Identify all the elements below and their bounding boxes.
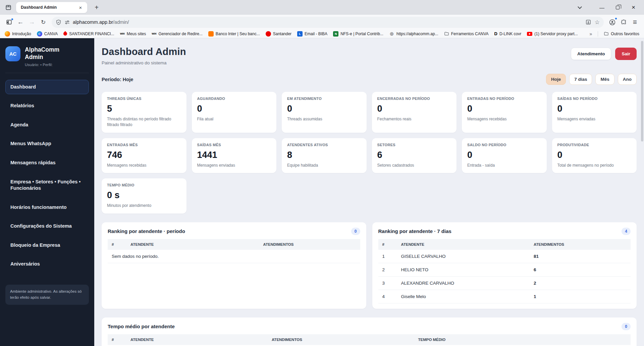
url-bar[interactable]: alphacomm.app.br/admin/ ☆	[52, 17, 604, 28]
sidebar-item-horarios[interactable]: Horários funcionamento	[5, 200, 89, 215]
globe-icon: ⊕	[389, 31, 394, 37]
shield-icon[interactable]	[56, 19, 61, 25]
sidebar-item-aniversarios[interactable]: Aniversários	[5, 257, 89, 272]
panel-tempo-medio: Tempo médio por atendente 0 # ATENDENTE …	[102, 318, 637, 346]
bookmark-item[interactable]: DD-LINK covr	[494, 31, 522, 37]
restore-button[interactable]	[610, 0, 626, 15]
close-button[interactable]: ×	[626, 0, 641, 15]
workspace-icon[interactable]	[3, 2, 14, 13]
bookmark-label: NFS-e | Portal Contrib...	[340, 32, 383, 36]
bookmark-item[interactable]: (1) Servidor proxy part...	[527, 32, 578, 36]
page-subtitle: Painel administrativo do sistema	[102, 60, 186, 65]
url-text[interactable]: alphacomm.app.br/admin/	[73, 19, 585, 25]
column-header: #	[108, 334, 126, 345]
tab-list-chevron-icon[interactable]	[574, 2, 585, 13]
folder-icon	[604, 31, 609, 36]
stat-card-entradas-periodo: ENTRADAS NO PERÍODO0Mensagens recebidas	[462, 92, 547, 133]
sidebar-item-menus-whatsapp[interactable]: Menus WhatsApp	[5, 136, 89, 151]
sidebar-item-empresa-setores[interactable]: Empresa • Setores • Funções • Funcionári…	[5, 175, 89, 196]
sidebar-item-bloqueio[interactable]: Bloqueio da Empresa	[5, 238, 89, 253]
page-scrollbar[interactable]	[641, 38, 644, 346]
bookmarks-separator	[598, 31, 598, 37]
stat-card-saidas-mes: SAÍDAS MÊS1441Mensagens enviadas	[192, 138, 277, 173]
column-header: ATENDENTE	[397, 239, 530, 250]
firefox-icon	[5, 31, 10, 37]
bookmark-item[interactable]: Santander	[266, 31, 291, 37]
main-content: Dashboard Admin Painel administrativo do…	[94, 38, 644, 346]
bookmark-item[interactable]: Banco Inter | Seu banc...	[208, 31, 260, 37]
sidebar-divider	[5, 73, 89, 73]
sair-button[interactable]: Sair	[615, 48, 637, 60]
bookmark-item[interactable]: Introdução	[5, 31, 31, 37]
bookmark-item[interactable]: CCANVA	[37, 31, 58, 37]
bookmark-label: CANVA	[44, 32, 58, 36]
back-button[interactable]: ←	[15, 16, 26, 28]
site-settings-icon[interactable]	[64, 19, 70, 25]
sidebar-item-configuracoes[interactable]: Configurações do Sistema	[5, 219, 89, 234]
reload-button[interactable]: ↻	[38, 16, 49, 28]
stats-grid: THREADS ÚNICAS5Threads distintas no perí…	[102, 92, 637, 214]
bookmarks-bar: Introdução CCANVA SANTANDER FINANCI... W…	[0, 30, 644, 38]
banco-inter-icon	[208, 31, 214, 37]
brand-title: AlphaComm Admin	[25, 46, 68, 61]
bookmark-item[interactable]: LEmail - BIBA	[297, 31, 327, 37]
extensions-puzzle-icon[interactable]	[618, 16, 629, 28]
menu-icon[interactable]: ≡	[629, 16, 641, 28]
bookmark-item[interactable]: NNFS-e | Portal Contrib...	[333, 31, 383, 37]
filter-mes[interactable]: Mês	[595, 74, 614, 85]
sidebar-item-relatorios[interactable]: Relatórios	[5, 99, 89, 113]
scrollbar-thumb[interactable]	[641, 41, 643, 141]
bookmark-label: (1) Servidor proxy part...	[534, 32, 578, 36]
bookmark-label: Banco Inter | Seu banc...	[216, 32, 260, 36]
tempo-medio-table: # ATENDENTE ATENDIMENTOS TEMPO MÉDIO Sem…	[108, 334, 631, 346]
bookmark-label: Ferramentos CANVA	[451, 32, 489, 36]
bookmarks-overflow-chevron-icon[interactable]: »	[590, 31, 592, 37]
email-icon: L	[297, 31, 303, 37]
bookmark-item[interactable]: Ferramentos CANVA	[444, 31, 489, 36]
atendimento-button[interactable]: Atendimento	[571, 48, 611, 60]
column-header: ATENDIMENTOS	[259, 239, 360, 250]
bookmark-item[interactable]: WIXMeus sites	[120, 31, 146, 37]
filter-hoje[interactable]: Hoje	[546, 74, 566, 85]
profile-icon[interactable]	[606, 16, 618, 28]
empty-row: Sem dados no período.	[108, 250, 360, 263]
sidebar: AC AlphaComm Admin Usuário: • Perfil: Da…	[0, 38, 94, 346]
empty-row: Sem dados.	[108, 345, 631, 346]
stat-card-setores: SETORES6Setores cadastrados	[372, 138, 457, 173]
split-screen-icon[interactable]	[3, 16, 15, 28]
bookmark-label: Email - BIBA	[305, 32, 327, 36]
sidebar-note: Ambiente administrativo. As alterações s…	[5, 285, 89, 305]
sidebar-item-dashboard[interactable]: Dashboard	[5, 80, 89, 95]
bookmark-item[interactable]: ⊕https://alphacomm.ap...	[389, 31, 438, 37]
filter-ano[interactable]: Ano	[618, 74, 637, 85]
panel-title: Ranking por atendente · 7 dias	[378, 228, 451, 234]
period-label: Período: Hoje	[102, 77, 133, 82]
bookmark-item[interactable]: WIXGerenciador de Redire...	[152, 31, 203, 37]
sidebar-item-mensagens-rapidas[interactable]: Mensagens rápidas	[5, 156, 89, 170]
save-page-icon[interactable]	[585, 19, 591, 25]
dlink-icon: D	[494, 31, 497, 37]
folder-icon	[444, 31, 449, 36]
new-tab-button[interactable]: +	[92, 3, 101, 12]
browser-tab-strip: Dashboard Admin × + — ×	[0, 0, 644, 15]
panel-title: Tempo médio por atendente	[108, 324, 175, 329]
santander-flame-icon	[63, 31, 68, 37]
bookmark-item[interactable]: SANTANDER FINANCI...	[63, 32, 114, 36]
sidebar-item-agenda[interactable]: Agenda	[5, 118, 89, 132]
browser-tab[interactable]: Dashboard Admin ×	[16, 2, 87, 13]
forward-button: →	[26, 16, 38, 28]
table-row: 3ALEXANDRE CARVALHO2	[378, 276, 631, 290]
ranking-periodo-table: # ATENDENTE ATENDIMENTOS Sem dados no pe…	[108, 239, 360, 263]
bookmark-label: SANTANDER FINANCI...	[69, 32, 114, 36]
bookmark-label: Santander	[273, 32, 291, 36]
bookmark-star-icon[interactable]: ☆	[595, 19, 600, 26]
count-badge: 0	[351, 228, 360, 235]
bookmark-label: D-LINK covr	[499, 32, 521, 36]
panel-ranking-7dias: Ranking por atendente · 7 dias 4 # ATEND…	[372, 222, 637, 309]
minimize-button[interactable]: —	[594, 0, 610, 15]
other-favorites-label: Outros favoritos	[611, 32, 639, 36]
filter-7dias[interactable]: 7 dias	[569, 74, 592, 85]
stat-card-em-atendimento: EM ATENDIMENTO0Threads assumidas	[282, 92, 367, 133]
tab-close-icon[interactable]: ×	[77, 4, 84, 11]
other-favorites-button[interactable]: Outros favoritos	[604, 31, 639, 36]
